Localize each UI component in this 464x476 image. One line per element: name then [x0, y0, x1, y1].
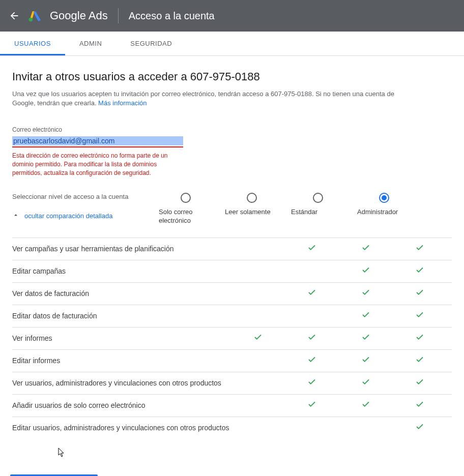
permission-row: Editar informes [12, 350, 452, 372]
radio-standard[interactable]: Estándar [291, 193, 345, 225]
description-text: Una vez que los usuarios acepten tu invi… [12, 90, 394, 107]
permission-cell [393, 400, 447, 411]
permission-cell [339, 377, 393, 389]
permission-cell [393, 333, 447, 344]
check-icon [415, 356, 424, 366]
permission-label: Ver usuarios, administradores y vinculac… [12, 379, 231, 387]
radio-circle-admin[interactable] [379, 193, 389, 203]
permission-cell [339, 243, 393, 255]
permission-row: Ver usuarios, administradores y vinculac… [12, 372, 452, 395]
check-icon [253, 334, 263, 344]
tabs-bar: USUARIOS ADMIN SEGURIDAD [0, 32, 464, 56]
permission-label: Ver informes [12, 334, 231, 342]
permission-cell [339, 265, 393, 277]
permission-row: Editar datos de facturación [12, 305, 452, 328]
check-icon [361, 266, 370, 277]
check-icon [415, 289, 424, 299]
page-heading: Invitar a otros usuarios a acceder a 607… [12, 70, 452, 83]
access-level-label: Seleccionar nivel de acceso a la cuenta [12, 193, 155, 200]
permission-cell [393, 422, 447, 434]
email-field-block: Correo electrónico Esta dirección de cor… [12, 126, 183, 177]
check-icon [307, 401, 316, 411]
check-icon [415, 334, 424, 344]
permission-cell [393, 377, 447, 389]
access-radio-group: Solo correo electrónico Leer solamente E… [159, 193, 452, 225]
check-icon [307, 244, 316, 254]
radio-email-only[interactable]: Solo correo electrónico [159, 193, 213, 225]
permissions-table: Ver campañas y usar herramientas de plan… [12, 237, 452, 439]
permission-cell [393, 355, 447, 367]
permission-label: Ver campañas y usar herramientas de plan… [12, 245, 231, 253]
permission-label: Ver datos de facturación [12, 289, 231, 298]
toggle-comparison-link[interactable]: ocultar comparación detallada [12, 212, 155, 220]
radio-read-only[interactable]: Leer solamente [225, 193, 279, 225]
permission-label: Editar datos de facturación [12, 312, 231, 320]
radio-circle-email-only[interactable] [181, 193, 191, 203]
permission-label: Editar campañas [12, 267, 231, 275]
check-icon [361, 334, 370, 344]
tab-users[interactable]: USUARIOS [0, 32, 65, 55]
check-icon [361, 244, 370, 254]
permission-cell [393, 265, 447, 277]
check-icon [307, 378, 316, 389]
tab-security[interactable]: SEGURIDAD [116, 32, 186, 55]
permission-cell [393, 288, 447, 300]
access-level-row: Seleccionar nivel de acceso a la cuenta … [12, 193, 452, 225]
more-info-link[interactable]: Más información [98, 99, 147, 107]
check-icon [361, 401, 370, 411]
radio-label-read-only: Leer solamente [225, 208, 279, 217]
check-icon [415, 378, 424, 389]
permission-row: Editar usuarios, administradores y vincu… [12, 417, 452, 439]
permission-cell [231, 333, 285, 344]
tab-admin[interactable]: ADMIN [65, 32, 116, 55]
permission-cell [339, 355, 393, 367]
svg-point-0 [29, 18, 33, 22]
permission-row: Editar campañas [12, 260, 452, 283]
main-content: Invitar a otros usuarios a acceder a 607… [0, 56, 464, 444]
header-page-title: Acceso a la cuenta [129, 10, 215, 22]
check-icon [415, 423, 424, 433]
radio-label-email-only: Solo correo electrónico [159, 208, 213, 225]
permission-label: Editar informes [12, 356, 231, 365]
product-name: Google Ads [50, 9, 108, 22]
check-icon [361, 311, 370, 321]
permission-cell [339, 400, 393, 411]
radio-circle-read-only[interactable] [247, 193, 257, 203]
app-header: Google Ads Acceso a la cuenta [0, 0, 464, 32]
check-icon [415, 244, 424, 254]
radio-label-standard: Estándar [291, 208, 345, 217]
radio-label-admin: Administrador [357, 208, 411, 217]
permission-cell [393, 310, 447, 322]
email-error-text: Esta dirección de correo electrónico no … [12, 152, 170, 177]
header-divider [118, 8, 119, 23]
permission-cell [339, 333, 393, 344]
permission-cell [285, 333, 339, 344]
chevron-up-icon [12, 212, 19, 220]
email-input[interactable] [12, 136, 183, 145]
check-icon [361, 356, 370, 366]
permission-row: Ver datos de facturación [12, 283, 452, 305]
permission-row: Ver campañas y usar herramientas de plan… [12, 238, 452, 260]
toggle-comparison-text: ocultar comparación detallada [24, 212, 112, 220]
check-icon [415, 311, 424, 321]
email-label: Correo electrónico [12, 126, 183, 133]
back-arrow-icon[interactable] [8, 10, 20, 22]
check-icon [307, 334, 316, 344]
check-icon [361, 289, 370, 299]
email-input-wrap [12, 136, 183, 147]
permission-row: Ver informes [12, 328, 452, 350]
permission-cell [285, 243, 339, 255]
permission-label: Editar usuarios, administradores y vincu… [12, 424, 231, 432]
check-icon [415, 266, 424, 277]
permission-row: Añadir usuarios de solo correo electróni… [12, 395, 452, 417]
footer-actions: ENVIAR INVITACIÓN CANCELAR [0, 444, 464, 476]
permission-cell [393, 243, 447, 255]
send-invitation-button[interactable]: ENVIAR INVITACIÓN [10, 474, 98, 476]
check-icon [415, 401, 424, 411]
google-ads-logo-icon [28, 9, 42, 22]
check-icon [307, 356, 316, 366]
radio-admin[interactable]: Administrador [357, 193, 411, 225]
page-description: Una vez que los usuarios acepten tu invi… [12, 90, 419, 108]
check-icon [361, 378, 370, 389]
radio-circle-standard[interactable] [313, 193, 323, 203]
